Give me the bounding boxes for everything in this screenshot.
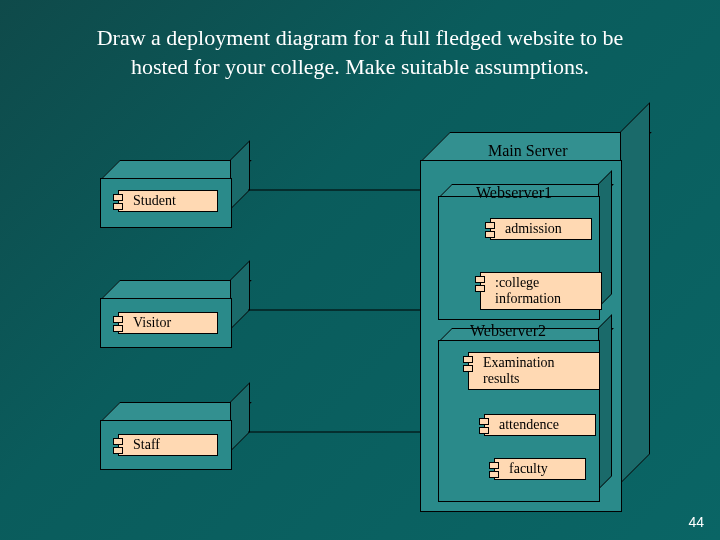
page-title: Draw a deployment diagram for a full fle…	[40, 24, 680, 81]
component-attendence-label: attendence	[499, 417, 559, 432]
component-examination-label: Examination results	[483, 355, 555, 386]
component-attendence: attendence	[484, 414, 596, 436]
page-number: 44	[688, 514, 704, 530]
component-tabs-icon	[479, 418, 489, 436]
label-main-server: Main Server	[488, 142, 568, 160]
component-collegeinfo-label: :college information	[495, 275, 561, 306]
component-faculty: faculty	[494, 458, 586, 480]
component-faculty-label: faculty	[509, 461, 548, 476]
component-visitor: Visitor	[118, 312, 218, 334]
component-tabs-icon	[463, 356, 473, 374]
component-student-label: Student	[133, 193, 176, 208]
component-admission-label: admission	[505, 221, 562, 236]
title-line-1: Draw a deployment diagram for a full fle…	[97, 25, 624, 50]
component-tabs-icon	[485, 222, 495, 240]
component-tabs-icon	[489, 462, 499, 480]
component-staff: Staff	[118, 434, 218, 456]
component-visitor-label: Visitor	[133, 315, 171, 330]
component-staff-label: Staff	[133, 437, 160, 452]
component-collegeinfo: :college information	[480, 272, 602, 310]
label-webserver2: Webserver2	[470, 322, 546, 340]
component-student: Student	[118, 190, 218, 212]
component-tabs-icon	[113, 194, 123, 212]
component-tabs-icon	[475, 276, 485, 294]
component-tabs-icon	[113, 438, 123, 456]
component-admission: admission	[490, 218, 592, 240]
component-tabs-icon	[113, 316, 123, 334]
title-line-2: hosted for your college. Make suitable a…	[131, 54, 589, 79]
component-examination: Examination results	[468, 352, 600, 390]
label-webserver1: Webserver1	[476, 184, 552, 202]
